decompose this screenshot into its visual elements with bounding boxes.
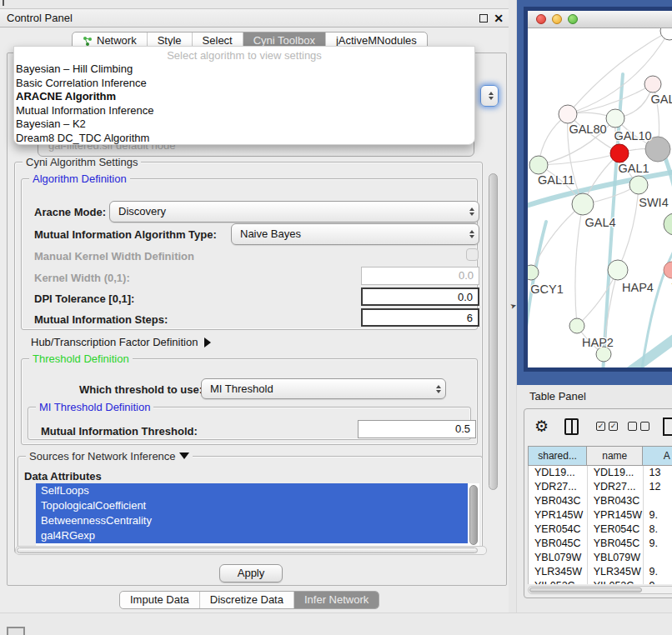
table-cell[interactable]: YDR27... — [588, 480, 644, 494]
kernel-width-field[interactable]: 0.0 — [361, 267, 479, 285]
table-cell[interactable]: YBR045C — [588, 537, 644, 551]
manual-kernel-width-checkbox[interactable] — [466, 248, 479, 261]
aracne-mode-combobox[interactable]: Discovery — [109, 201, 479, 222]
table-cell[interactable]: YER054C — [588, 522, 644, 537]
table-cell[interactable]: YER054C — [529, 522, 588, 537]
table-cell[interactable]: 9. — [644, 579, 672, 584]
table-cell[interactable]: YDR27... — [529, 480, 588, 494]
tab-impute-data[interactable]: Impute Data — [120, 592, 199, 608]
network-canvas[interactable]: GALGAL80GAL10GAL1GAL11SWI4GAL4GCY1HAP4YH… — [528, 28, 672, 372]
network-node-gal[interactable] — [644, 76, 661, 92]
checked-pair-icon[interactable]: ✓✓ — [596, 422, 618, 431]
column-header[interactable]: A — [643, 446, 672, 466]
algorithm-option[interactable]: Bayesian – K2 — [14, 118, 474, 132]
columns-icon[interactable] — [564, 418, 579, 435]
dock-grip-icon[interactable] — [7, 627, 25, 635]
table-cell[interactable]: YLR345W — [588, 565, 644, 579]
network-node-gal80[interactable] — [559, 105, 577, 123]
network-view-window[interactable]: GALGAL80GAL10GAL1GAL11SWI4GAL4GCY1HAP4YH… — [524, 7, 672, 372]
network-edge[interactable] — [531, 204, 583, 272]
gear-icon[interactable]: ⚙ — [534, 416, 549, 438]
close-icon[interactable]: ✕ — [494, 11, 504, 27]
hub-definition-toggle[interactable]: Hub/Transcription Factor Definition — [31, 336, 211, 348]
network-node-hap4[interactable] — [608, 260, 628, 280]
algorithm-option[interactable]: Dream8 DC_TDC Algorithm — [14, 132, 474, 146]
document-icon[interactable] — [663, 418, 672, 436]
table-cell[interactable]: YBR043C — [529, 494, 588, 508]
settings-vertical-scrollbar[interactable] — [488, 167, 499, 552]
table-cell[interactable]: YPR145W — [529, 508, 588, 522]
table-row[interactable]: YLR345WYLR345W9. — [529, 565, 672, 579]
table-hscroll-thumb[interactable] — [529, 588, 642, 592]
table-row[interactable]: YIL052CYIL052C9. — [529, 579, 672, 584]
tab-discretize-data[interactable]: Discretize Data — [199, 592, 293, 608]
mi-algorithm-type-combobox[interactable]: Naive Bayes — [231, 223, 479, 245]
table-cell[interactable]: 9. — [644, 537, 672, 551]
mac-zoom-button[interactable] — [568, 14, 578, 24]
column-header[interactable]: name — [587, 446, 643, 466]
network-node-gal11[interactable] — [529, 156, 548, 174]
panel-splitter[interactable] — [509, 0, 517, 635]
table-cell[interactable]: 9. — [644, 508, 672, 522]
network-node-gal1[interactable] — [610, 144, 629, 162]
vscroll-thumb[interactable] — [489, 173, 498, 490]
mac-close-button[interactable] — [536, 14, 546, 24]
table-cell[interactable]: YBL079W — [529, 551, 588, 565]
table-cell[interactable]: 12 — [644, 480, 672, 494]
table-cell[interactable]: YBR045C — [529, 537, 588, 551]
table-row[interactable]: YBR043CYBR043C — [529, 494, 672, 508]
algorithm-option[interactable]: Basic Correlation Inference — [14, 77, 474, 91]
network-node-y[interactable] — [664, 262, 672, 278]
mi-threshold-field[interactable]: 0.5 — [358, 420, 476, 438]
network-edge[interactable] — [539, 153, 619, 165]
network-node-gal4[interactable] — [572, 193, 594, 215]
table-cell[interactable]: YDL19... — [588, 466, 644, 480]
table-cell[interactable]: YBL079W — [588, 551, 644, 565]
network-edge[interactable] — [575, 204, 583, 326]
column-header[interactable]: shared... — [528, 446, 587, 466]
unchecked-pair-icon[interactable] — [628, 422, 649, 431]
settings-horizontal-scrollbar[interactable] — [15, 546, 487, 555]
attribute-item[interactable]: gal4RGexp — [36, 528, 468, 543]
tab-infer-network[interactable]: Infer Network — [293, 592, 379, 608]
float-window-icon[interactable] — [479, 14, 488, 22]
table-row[interactable]: YBR045CYBR045C9. — [529, 537, 672, 551]
table-cell[interactable]: YPR145W — [588, 508, 644, 522]
table-row[interactable]: YER054CYER054C8. — [529, 522, 672, 537]
attribute-item[interactable]: BetweennessCentrality — [36, 513, 468, 528]
table-cell[interactable]: YLR345W — [529, 565, 588, 579]
mi-steps-field[interactable]: 6 — [361, 308, 479, 327]
attributes-list-scrollbar[interactable] — [469, 485, 478, 545]
table-cell[interactable]: 9. — [644, 565, 672, 579]
table-cell[interactable] — [644, 551, 672, 565]
dpi-tolerance-field[interactable]: 0.0 — [361, 288, 479, 306]
table-row[interactable]: YDR27...YDR27...12 — [529, 480, 672, 494]
network-node-hap2[interactable] — [569, 318, 584, 333]
table-row[interactable]: YDL19...YDL19...13 — [529, 466, 672, 480]
apply-button[interactable]: Apply — [219, 564, 283, 582]
table-cell[interactable]: YIL052C — [529, 579, 588, 584]
algorithm-option[interactable]: Bayesian – Hill Climbing — [14, 62, 474, 77]
attribute-item[interactable]: SelfLoops — [36, 483, 468, 498]
network-node[interactable] — [660, 28, 672, 40]
hscroll-thumb[interactable] — [17, 548, 478, 553]
network-node[interactable] — [664, 213, 672, 235]
table-cell[interactable]: YIL052C — [588, 579, 644, 584]
algorithm-option[interactable]: Mutual Information Inference — [14, 104, 474, 118]
table-horizontal-scrollbar[interactable] — [528, 586, 672, 594]
which-threshold-combobox[interactable]: MI Threshold — [201, 378, 446, 399]
table-row[interactable]: YBL079WYBL079W — [529, 551, 672, 565]
table-cell[interactable] — [644, 494, 672, 508]
network-node-swi4[interactable] — [629, 176, 648, 194]
data-attributes-list[interactable]: SelfLoopsTopologicalCoefficientBetweenne… — [36, 483, 479, 552]
mac-minimize-button[interactable] — [552, 14, 562, 24]
table-cell[interactable]: YDL19... — [529, 466, 588, 480]
table-cell[interactable]: 8. — [644, 522, 672, 537]
inference-algorithm-combobox-stepper[interactable] — [480, 85, 499, 107]
network-edge[interactable] — [618, 185, 639, 270]
table-row[interactable]: YPR145WYPR145W9. — [529, 508, 672, 522]
algorithm-option[interactable]: ARACNE Algorithm — [14, 90, 474, 104]
sources-group-title[interactable]: Sources for Network Inference — [26, 450, 193, 462]
network-node-gcy1[interactable] — [528, 265, 539, 280]
table-cell[interactable]: YBR043C — [588, 494, 644, 508]
